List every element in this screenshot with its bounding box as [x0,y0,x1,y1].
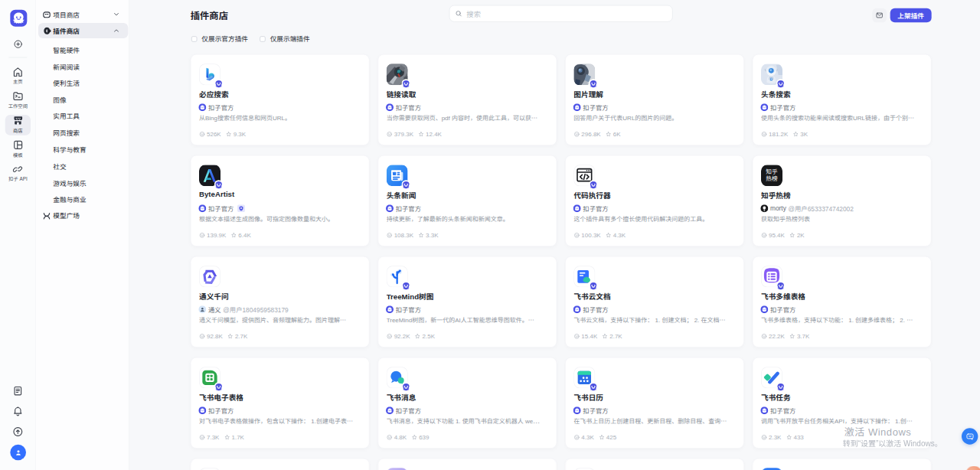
svg-text:热榜: 热榜 [766,174,778,182]
